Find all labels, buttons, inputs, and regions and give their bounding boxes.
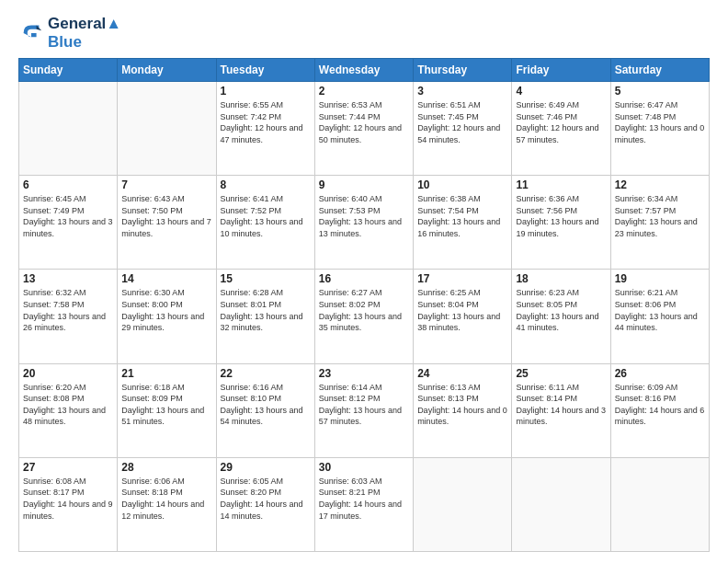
- day-number: 12: [615, 178, 705, 191]
- day-number: 30: [319, 461, 409, 474]
- day-info: Sunrise: 6:32 AM Sunset: 7:58 PM Dayligh…: [23, 287, 113, 333]
- calendar-cell: 13Sunrise: 6:32 AM Sunset: 7:58 PM Dayli…: [19, 270, 118, 363]
- day-info: Sunrise: 6:51 AM Sunset: 7:45 PM Dayligh…: [417, 99, 507, 145]
- day-info: Sunrise: 6:28 AM Sunset: 8:01 PM Dayligh…: [221, 287, 311, 333]
- calendar-cell: 18Sunrise: 6:23 AM Sunset: 8:05 PM Dayli…: [512, 270, 610, 363]
- calendar-cell: 17Sunrise: 6:25 AM Sunset: 8:04 PM Dayli…: [414, 270, 512, 363]
- page: General▲ Blue SundayMondayTuesdayWednesd…: [0, 0, 728, 563]
- day-info: Sunrise: 6:09 AM Sunset: 8:16 PM Dayligh…: [615, 382, 705, 428]
- day-info: Sunrise: 6:27 AM Sunset: 8:02 PM Dayligh…: [319, 287, 409, 333]
- weekday-header-monday: Monday: [118, 59, 216, 82]
- day-number: 8: [221, 178, 311, 191]
- day-number: 15: [221, 272, 311, 285]
- weekday-header-sunday: Sunday: [19, 59, 118, 82]
- calendar-week-4: 27Sunrise: 6:08 AM Sunset: 8:17 PM Dayli…: [19, 457, 710, 551]
- day-number: 24: [417, 367, 507, 380]
- day-number: 26: [615, 367, 705, 380]
- day-info: Sunrise: 6:43 AM Sunset: 7:50 PM Dayligh…: [121, 193, 211, 239]
- calendar-cell: 22Sunrise: 6:16 AM Sunset: 8:10 PM Dayli…: [216, 363, 314, 457]
- day-info: Sunrise: 6:41 AM Sunset: 7:52 PM Dayligh…: [221, 193, 311, 239]
- calendar-cell: 24Sunrise: 6:13 AM Sunset: 8:13 PM Dayli…: [414, 363, 512, 457]
- day-info: Sunrise: 6:08 AM Sunset: 8:17 PM Dayligh…: [23, 476, 113, 522]
- weekday-header-tuesday: Tuesday: [216, 59, 314, 82]
- calendar-cell: 16Sunrise: 6:27 AM Sunset: 8:02 PM Dayli…: [314, 270, 413, 363]
- calendar-cell: [512, 457, 610, 551]
- day-number: 17: [417, 272, 507, 285]
- day-info: Sunrise: 6:06 AM Sunset: 8:18 PM Dayligh…: [121, 476, 211, 522]
- day-number: 25: [516, 367, 606, 380]
- day-number: 21: [121, 367, 211, 380]
- day-info: Sunrise: 6:47 AM Sunset: 7:48 PM Dayligh…: [615, 99, 705, 145]
- day-number: 11: [516, 178, 606, 191]
- calendar-cell: 1Sunrise: 6:55 AM Sunset: 7:42 PM Daylig…: [216, 82, 314, 176]
- calendar-table: SundayMondayTuesdayWednesdayThursdayFrid…: [18, 58, 710, 552]
- calendar-cell: 19Sunrise: 6:21 AM Sunset: 8:06 PM Dayli…: [610, 270, 709, 363]
- day-info: Sunrise: 6:16 AM Sunset: 8:10 PM Dayligh…: [221, 382, 311, 428]
- calendar-cell: 6Sunrise: 6:45 AM Sunset: 7:49 PM Daylig…: [19, 176, 118, 270]
- calendar-cell: 26Sunrise: 6:09 AM Sunset: 8:16 PM Dayli…: [610, 363, 709, 457]
- calendar-cell: 27Sunrise: 6:08 AM Sunset: 8:17 PM Dayli…: [19, 457, 118, 551]
- day-number: 4: [516, 85, 606, 98]
- day-number: 14: [121, 272, 211, 285]
- logo: General▲ Blue: [18, 15, 121, 51]
- calendar-cell: 29Sunrise: 6:05 AM Sunset: 8:20 PM Dayli…: [216, 457, 314, 551]
- logo-icon: [18, 20, 44, 46]
- day-info: Sunrise: 6:36 AM Sunset: 7:56 PM Dayligh…: [516, 193, 606, 239]
- calendar-cell: 4Sunrise: 6:49 AM Sunset: 7:46 PM Daylig…: [512, 82, 610, 176]
- calendar-cell: 9Sunrise: 6:40 AM Sunset: 7:53 PM Daylig…: [314, 176, 413, 270]
- day-number: 7: [121, 178, 211, 191]
- weekday-header-saturday: Saturday: [610, 59, 709, 82]
- day-info: Sunrise: 6:30 AM Sunset: 8:00 PM Dayligh…: [121, 287, 211, 333]
- day-number: 1: [221, 85, 311, 98]
- calendar-cell: [19, 82, 118, 176]
- day-number: 10: [417, 178, 507, 191]
- calendar-cell: [414, 457, 512, 551]
- calendar-cell: 3Sunrise: 6:51 AM Sunset: 7:45 PM Daylig…: [414, 82, 512, 176]
- calendar-cell: 11Sunrise: 6:36 AM Sunset: 7:56 PM Dayli…: [512, 176, 610, 270]
- day-info: Sunrise: 6:25 AM Sunset: 8:04 PM Dayligh…: [417, 287, 507, 333]
- calendar-cell: 28Sunrise: 6:06 AM Sunset: 8:18 PM Dayli…: [118, 457, 216, 551]
- day-info: Sunrise: 6:21 AM Sunset: 8:06 PM Dayligh…: [615, 287, 705, 333]
- day-info: Sunrise: 6:40 AM Sunset: 7:53 PM Dayligh…: [319, 193, 409, 239]
- day-info: Sunrise: 6:34 AM Sunset: 7:57 PM Dayligh…: [615, 193, 705, 239]
- calendar-cell: 8Sunrise: 6:41 AM Sunset: 7:52 PM Daylig…: [216, 176, 314, 270]
- calendar-cell: [118, 82, 216, 176]
- calendar-cell: 7Sunrise: 6:43 AM Sunset: 7:50 PM Daylig…: [118, 176, 216, 270]
- day-info: Sunrise: 6:49 AM Sunset: 7:46 PM Dayligh…: [516, 99, 606, 145]
- day-number: 27: [23, 461, 113, 474]
- weekday-header-thursday: Thursday: [414, 59, 512, 82]
- day-number: 13: [23, 272, 113, 285]
- day-number: 2: [319, 85, 409, 98]
- day-info: Sunrise: 6:38 AM Sunset: 7:54 PM Dayligh…: [417, 193, 507, 239]
- calendar-cell: [610, 457, 709, 551]
- calendar-cell: 21Sunrise: 6:18 AM Sunset: 8:09 PM Dayli…: [118, 363, 216, 457]
- calendar-cell: 10Sunrise: 6:38 AM Sunset: 7:54 PM Dayli…: [414, 176, 512, 270]
- day-number: 23: [319, 367, 409, 380]
- day-number: 22: [221, 367, 311, 380]
- day-info: Sunrise: 6:14 AM Sunset: 8:12 PM Dayligh…: [319, 382, 409, 428]
- day-info: Sunrise: 6:18 AM Sunset: 8:09 PM Dayligh…: [121, 382, 211, 428]
- day-number: 18: [516, 272, 606, 285]
- day-info: Sunrise: 6:03 AM Sunset: 8:21 PM Dayligh…: [319, 476, 409, 522]
- day-number: 19: [615, 272, 705, 285]
- calendar-cell: 23Sunrise: 6:14 AM Sunset: 8:12 PM Dayli…: [314, 363, 413, 457]
- logo-text: General▲ Blue: [48, 15, 121, 51]
- day-number: 29: [221, 461, 311, 474]
- calendar-cell: 12Sunrise: 6:34 AM Sunset: 7:57 PM Dayli…: [610, 176, 709, 270]
- day-number: 16: [319, 272, 409, 285]
- calendar-cell: 14Sunrise: 6:30 AM Sunset: 8:00 PM Dayli…: [118, 270, 216, 363]
- calendar-week-1: 6Sunrise: 6:45 AM Sunset: 7:49 PM Daylig…: [19, 176, 710, 270]
- calendar-week-3: 20Sunrise: 6:20 AM Sunset: 8:08 PM Dayli…: [19, 363, 710, 457]
- day-number: 28: [121, 461, 211, 474]
- day-info: Sunrise: 6:55 AM Sunset: 7:42 PM Dayligh…: [221, 99, 311, 145]
- calendar-cell: 25Sunrise: 6:11 AM Sunset: 8:14 PM Dayli…: [512, 363, 610, 457]
- calendar-cell: 30Sunrise: 6:03 AM Sunset: 8:21 PM Dayli…: [314, 457, 413, 551]
- day-number: 20: [23, 367, 113, 380]
- day-info: Sunrise: 6:13 AM Sunset: 8:13 PM Dayligh…: [417, 382, 507, 428]
- day-info: Sunrise: 6:53 AM Sunset: 7:44 PM Dayligh…: [319, 99, 409, 145]
- weekday-header-friday: Friday: [512, 59, 610, 82]
- day-info: Sunrise: 6:11 AM Sunset: 8:14 PM Dayligh…: [516, 382, 606, 428]
- day-info: Sunrise: 6:23 AM Sunset: 8:05 PM Dayligh…: [516, 287, 606, 333]
- calendar-cell: 20Sunrise: 6:20 AM Sunset: 8:08 PM Dayli…: [19, 363, 118, 457]
- day-number: 9: [319, 178, 409, 191]
